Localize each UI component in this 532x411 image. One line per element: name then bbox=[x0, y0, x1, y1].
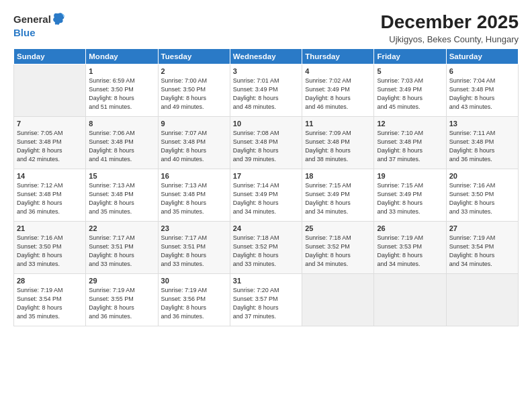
cell-3-5: 18Sunrise: 7:15 AM Sunset: 3:49 PM Dayli… bbox=[302, 169, 374, 221]
week-row-4: 21Sunrise: 7:16 AM Sunset: 3:50 PM Dayli… bbox=[14, 221, 519, 273]
header-cell-thursday: Thursday bbox=[302, 48, 374, 64]
day-number: 5 bbox=[377, 67, 443, 75]
cell-info: Sunrise: 7:14 AM Sunset: 3:49 PM Dayligh… bbox=[233, 181, 299, 216]
week-row-1: 1Sunrise: 6:59 AM Sunset: 3:50 PM Daylig… bbox=[14, 64, 519, 116]
header: General Blue December 2025 Ujkigyos, Bek… bbox=[13, 12, 519, 44]
day-number: 24 bbox=[233, 224, 299, 232]
cell-5-1: 28Sunrise: 7:19 AM Sunset: 3:54 PM Dayli… bbox=[14, 273, 86, 326]
cell-1-4: 3Sunrise: 7:01 AM Sunset: 3:49 PM Daylig… bbox=[230, 64, 302, 116]
cell-info: Sunrise: 6:59 AM Sunset: 3:50 PM Dayligh… bbox=[89, 77, 154, 111]
day-number: 28 bbox=[17, 277, 83, 285]
cell-3-3: 16Sunrise: 7:13 AM Sunset: 3:48 PM Dayli… bbox=[158, 169, 230, 221]
cell-info: Sunrise: 7:05 AM Sunset: 3:48 PM Dayligh… bbox=[17, 129, 83, 164]
day-number: 27 bbox=[449, 224, 515, 232]
subtitle: Ujkigyos, Bekes County, Hungary bbox=[381, 34, 519, 44]
cell-info: Sunrise: 7:01 AM Sunset: 3:49 PM Dayligh… bbox=[233, 77, 299, 111]
day-number: 8 bbox=[89, 120, 154, 128]
cell-info: Sunrise: 7:04 AM Sunset: 3:48 PM Dayligh… bbox=[449, 77, 515, 111]
cell-info: Sunrise: 7:19 AM Sunset: 3:56 PM Dayligh… bbox=[161, 286, 227, 321]
cell-info: Sunrise: 7:13 AM Sunset: 3:48 PM Dayligh… bbox=[161, 181, 227, 216]
day-number: 23 bbox=[161, 224, 227, 232]
cell-info: Sunrise: 7:13 AM Sunset: 3:48 PM Dayligh… bbox=[89, 181, 154, 216]
day-number: 19 bbox=[377, 172, 443, 180]
day-number: 30 bbox=[161, 277, 227, 285]
cell-info: Sunrise: 7:10 AM Sunset: 3:48 PM Dayligh… bbox=[377, 129, 443, 164]
cell-info: Sunrise: 7:19 AM Sunset: 3:53 PM Dayligh… bbox=[377, 234, 443, 269]
day-number: 12 bbox=[377, 120, 443, 128]
main-title: December 2025 bbox=[381, 12, 519, 33]
cell-info: Sunrise: 7:19 AM Sunset: 3:55 PM Dayligh… bbox=[89, 286, 154, 321]
day-number: 7 bbox=[17, 120, 83, 128]
day-number: 25 bbox=[305, 224, 371, 232]
day-number: 3 bbox=[233, 67, 299, 75]
cell-4-2: 22Sunrise: 7:17 AM Sunset: 3:51 PM Dayli… bbox=[86, 221, 158, 273]
day-number: 22 bbox=[89, 224, 154, 232]
cell-info: Sunrise: 7:00 AM Sunset: 3:50 PM Dayligh… bbox=[161, 77, 227, 111]
cell-1-6: 5Sunrise: 7:03 AM Sunset: 3:49 PM Daylig… bbox=[374, 64, 446, 116]
cell-2-1: 7Sunrise: 7:05 AM Sunset: 3:48 PM Daylig… bbox=[14, 116, 86, 169]
logo: General Blue bbox=[13, 12, 64, 39]
day-number: 21 bbox=[17, 224, 83, 232]
cell-4-5: 25Sunrise: 7:18 AM Sunset: 3:52 PM Dayli… bbox=[302, 221, 374, 273]
cell-2-5: 11Sunrise: 7:09 AM Sunset: 3:48 PM Dayli… bbox=[302, 116, 374, 169]
cell-3-6: 19Sunrise: 7:15 AM Sunset: 3:49 PM Dayli… bbox=[374, 169, 446, 221]
logo-blue: Blue bbox=[13, 27, 36, 38]
cell-info: Sunrise: 7:03 AM Sunset: 3:49 PM Dayligh… bbox=[377, 77, 443, 111]
calendar-table: SundayMondayTuesdayWednesdayThursdayFrid… bbox=[13, 48, 519, 326]
header-cell-monday: Monday bbox=[86, 48, 158, 64]
cell-4-3: 23Sunrise: 7:17 AM Sunset: 3:51 PM Dayli… bbox=[158, 221, 230, 273]
logo-general: General bbox=[13, 13, 51, 25]
cell-info: Sunrise: 7:16 AM Sunset: 3:50 PM Dayligh… bbox=[17, 234, 83, 269]
cell-info: Sunrise: 7:16 AM Sunset: 3:50 PM Dayligh… bbox=[449, 181, 515, 216]
logo-bird-icon bbox=[52, 12, 64, 27]
week-row-5: 28Sunrise: 7:19 AM Sunset: 3:54 PM Dayli… bbox=[14, 273, 519, 326]
title-block: December 2025 Ujkigyos, Bekes County, Hu… bbox=[381, 12, 519, 44]
cell-info: Sunrise: 7:18 AM Sunset: 3:52 PM Dayligh… bbox=[305, 234, 371, 269]
cell-info: Sunrise: 7:02 AM Sunset: 3:49 PM Dayligh… bbox=[305, 77, 371, 111]
cell-info: Sunrise: 7:06 AM Sunset: 3:48 PM Dayligh… bbox=[89, 129, 154, 164]
day-number: 15 bbox=[89, 172, 154, 180]
cell-info: Sunrise: 7:12 AM Sunset: 3:48 PM Dayligh… bbox=[17, 181, 83, 216]
cell-info: Sunrise: 7:07 AM Sunset: 3:48 PM Dayligh… bbox=[161, 129, 227, 164]
cell-3-4: 17Sunrise: 7:14 AM Sunset: 3:49 PM Dayli… bbox=[230, 169, 302, 221]
header-cell-sunday: Sunday bbox=[14, 48, 86, 64]
day-number: 2 bbox=[161, 67, 227, 75]
day-number: 18 bbox=[305, 172, 371, 180]
cell-5-4: 31Sunrise: 7:20 AM Sunset: 3:57 PM Dayli… bbox=[230, 273, 302, 326]
cell-1-5: 4Sunrise: 7:02 AM Sunset: 3:49 PM Daylig… bbox=[302, 64, 374, 116]
cell-4-1: 21Sunrise: 7:16 AM Sunset: 3:50 PM Dayli… bbox=[14, 221, 86, 273]
cell-2-6: 12Sunrise: 7:10 AM Sunset: 3:48 PM Dayli… bbox=[374, 116, 446, 169]
cell-4-6: 26Sunrise: 7:19 AM Sunset: 3:53 PM Dayli… bbox=[374, 221, 446, 273]
cell-4-4: 24Sunrise: 7:18 AM Sunset: 3:52 PM Dayli… bbox=[230, 221, 302, 273]
week-row-3: 14Sunrise: 7:12 AM Sunset: 3:48 PM Dayli… bbox=[14, 169, 519, 221]
day-number: 14 bbox=[17, 172, 83, 180]
cell-5-3: 30Sunrise: 7:19 AM Sunset: 3:56 PM Dayli… bbox=[158, 273, 230, 326]
cell-5-5 bbox=[302, 273, 374, 326]
cell-info: Sunrise: 7:20 AM Sunset: 3:57 PM Dayligh… bbox=[233, 286, 299, 321]
cell-1-7: 6Sunrise: 7:04 AM Sunset: 3:48 PM Daylig… bbox=[446, 64, 518, 116]
cell-1-3: 2Sunrise: 7:00 AM Sunset: 3:50 PM Daylig… bbox=[158, 64, 230, 116]
cell-2-3: 9Sunrise: 7:07 AM Sunset: 3:48 PM Daylig… bbox=[158, 116, 230, 169]
day-number: 4 bbox=[305, 67, 371, 75]
cell-info: Sunrise: 7:18 AM Sunset: 3:52 PM Dayligh… bbox=[233, 234, 299, 269]
cell-3-7: 20Sunrise: 7:16 AM Sunset: 3:50 PM Dayli… bbox=[446, 169, 518, 221]
day-number: 10 bbox=[233, 120, 299, 128]
day-number: 31 bbox=[233, 277, 299, 285]
cell-5-6 bbox=[374, 273, 446, 326]
cell-info: Sunrise: 7:15 AM Sunset: 3:49 PM Dayligh… bbox=[305, 181, 371, 216]
header-cell-saturday: Saturday bbox=[446, 48, 518, 64]
header-row: SundayMondayTuesdayWednesdayThursdayFrid… bbox=[14, 48, 519, 64]
cell-info: Sunrise: 7:17 AM Sunset: 3:51 PM Dayligh… bbox=[161, 234, 227, 269]
header-cell-wednesday: Wednesday bbox=[230, 48, 302, 64]
day-number: 1 bbox=[89, 67, 154, 75]
cell-info: Sunrise: 7:15 AM Sunset: 3:49 PM Dayligh… bbox=[377, 181, 443, 216]
day-number: 11 bbox=[305, 120, 371, 128]
day-number: 20 bbox=[449, 172, 515, 180]
week-row-2: 7Sunrise: 7:05 AM Sunset: 3:48 PM Daylig… bbox=[14, 116, 519, 169]
header-cell-friday: Friday bbox=[374, 48, 446, 64]
cell-4-7: 27Sunrise: 7:19 AM Sunset: 3:54 PM Dayli… bbox=[446, 221, 518, 273]
cell-3-1: 14Sunrise: 7:12 AM Sunset: 3:48 PM Dayli… bbox=[14, 169, 86, 221]
day-number: 26 bbox=[377, 224, 443, 232]
cell-1-2: 1Sunrise: 6:59 AM Sunset: 3:50 PM Daylig… bbox=[86, 64, 158, 116]
day-number: 29 bbox=[89, 277, 154, 285]
